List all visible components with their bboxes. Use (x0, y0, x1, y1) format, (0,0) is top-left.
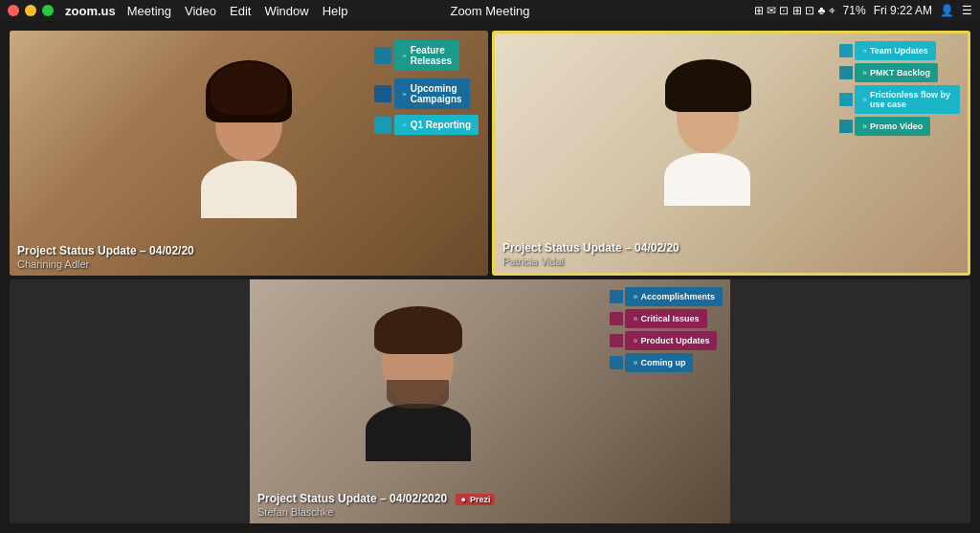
menu-edit[interactable]: Edit (230, 4, 251, 18)
chevron-icon: » (402, 121, 406, 129)
presentation-title-patricia: Project Status Update – 04/02/20 (502, 241, 960, 255)
chevron-icon: » (633, 358, 637, 367)
maximize-button[interactable] (42, 5, 54, 16)
system-icons: ⊞ ✉ ⊡ ⊞ ⊡ ♣ ⌖ (754, 4, 835, 17)
slides-channing: » FeatureReleases » UpcomingCampaigns (374, 40, 479, 135)
name-label-channing: Project Status Update – 04/02/20 Channin… (17, 244, 480, 270)
chevron-icon: » (633, 336, 637, 345)
name-label-patricia: Project Status Update – 04/02/20 Patrici… (502, 241, 960, 267)
slide-row-2: » PMKT Backlog (839, 63, 960, 82)
chevron-icon: » (633, 314, 637, 323)
zoom-content: » FeatureReleases » UpcomingCampaigns (0, 21, 980, 533)
slide-pmkt-backlog: » PMKT Backlog (855, 63, 938, 82)
slide-stefan-row-2: » Critical Issues (610, 309, 723, 328)
minimize-button[interactable] (25, 5, 36, 16)
user-icon[interactable]: 👤 (940, 4, 954, 17)
menu-window[interactable]: Window (264, 4, 308, 18)
person-stefan (351, 318, 485, 471)
prezi-badge: ● Prezi (456, 494, 495, 505)
chevron-icon: » (862, 68, 867, 78)
clock: Fri 9:22 AM (874, 4, 932, 17)
slide-stefan-row-1: » Accomplishments (610, 287, 723, 306)
slide-label: FeatureReleases (411, 45, 452, 66)
slide-critical-issues: » Critical Issues (625, 309, 706, 328)
name-label-stefan: Project Status Update – 04/02/2020 ● Pre… (257, 492, 723, 518)
slides-patricia: » Team Updates » PMKT Backlog (839, 41, 960, 136)
slide-stefan-row-4: » Coming up (610, 353, 723, 372)
menu-items: Meeting Video Edit Window Help (127, 4, 348, 18)
slide-row-1: » Team Updates (839, 41, 960, 60)
chevron-icon: » (862, 95, 867, 104)
slide-product-updates: » Product Updates (625, 331, 717, 350)
slide-label: Q1 Reporting (411, 120, 471, 130)
chevron-icon: » (862, 46, 867, 56)
menu-help[interactable]: Help (323, 4, 348, 18)
slide-upcoming-campaigns: » UpcomingCampaigns (394, 78, 469, 109)
tile-inner-stefan: » Accomplishments » Critical Issues (250, 279, 730, 524)
chevron-icon: » (402, 52, 406, 60)
slide-team-updates: » Team Updates (855, 41, 936, 60)
tile-inner-patricia: » Team Updates » PMKT Backlog (495, 33, 968, 273)
menu-bar-left: zoom.us Meeting Video Edit Window Help (8, 4, 347, 18)
slide-row-4: » Promo Video (839, 117, 960, 136)
menu-bar: zoom.us Meeting Video Edit Window Help Z… (0, 0, 980, 21)
person-channing (191, 79, 306, 223)
slide-promo-video: » Promo Video (855, 117, 930, 136)
battery-indicator: 71% (843, 4, 866, 17)
person-name-stefan: Stefan Blaschke (257, 506, 723, 518)
person-patricia (650, 77, 765, 220)
video-tile-patricia: » Team Updates » PMKT Backlog (492, 31, 970, 276)
slide-coming-up: » Coming up (625, 353, 693, 372)
slide-label: UpcomingCampaigns (411, 83, 462, 104)
presentation-title-channing: Project Status Update – 04/02/20 (17, 244, 480, 257)
window-title: Zoom Meeting (450, 4, 529, 18)
video-tile-stefan: » Accomplishments » Critical Issues (10, 279, 970, 524)
menu-icon[interactable]: ☰ (962, 4, 972, 17)
close-button[interactable] (8, 5, 19, 16)
menu-video[interactable]: Video (185, 4, 216, 18)
slide-stefan-row-3: » Product Updates (610, 331, 723, 350)
chevron-icon: » (862, 122, 867, 131)
slide-q1-reporting: » Q1 Reporting (394, 115, 479, 135)
slide-frictionless: » Frictionless flow by use case (855, 85, 960, 114)
slide-accomplishments: » Accomplishments (625, 287, 723, 306)
video-tile-channing: » FeatureReleases » UpcomingCampaigns (10, 31, 488, 276)
person-name-patricia: Patricia Vidal (502, 255, 960, 267)
slide-feature-releases: » FeatureReleases (394, 40, 459, 71)
slide-row-3: » Frictionless flow by use case (839, 85, 960, 114)
chevron-icon: » (633, 292, 637, 301)
video-grid: » FeatureReleases » UpcomingCampaigns (10, 31, 970, 523)
app-name[interactable]: zoom.us (65, 4, 116, 18)
person-name-channing: Channing Adler (17, 258, 480, 270)
menu-meeting[interactable]: Meeting (127, 4, 171, 18)
tile-inner-channing: » FeatureReleases » UpcomingCampaigns (10, 31, 488, 276)
menu-bar-right: ⊞ ✉ ⊡ ⊞ ⊡ ♣ ⌖ 71% Fri 9:22 AM 👤 ☰ (754, 4, 972, 17)
chevron-icon: » (402, 90, 406, 99)
presentation-title-stefan: Project Status Update – 04/02/2020 ● Pre… (257, 492, 723, 505)
slides-stefan: » Accomplishments » Critical Issues (610, 287, 723, 372)
traffic-lights (8, 5, 54, 16)
